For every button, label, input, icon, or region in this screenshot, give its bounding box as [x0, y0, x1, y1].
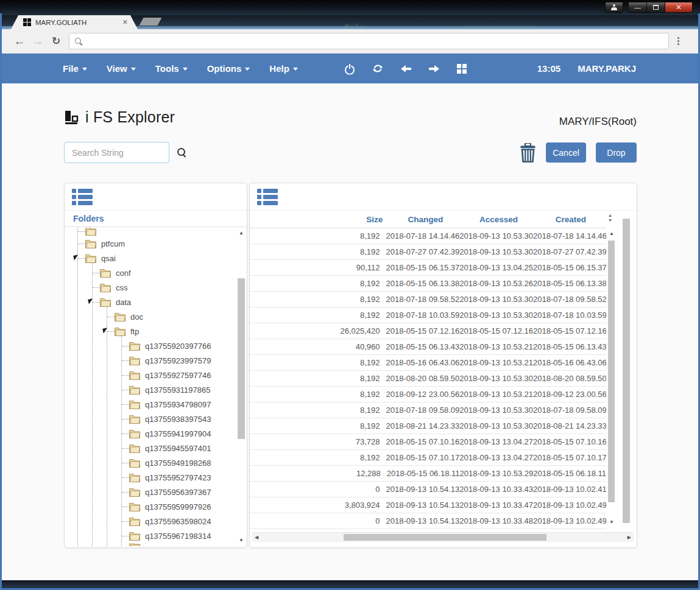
scroll-right-icon[interactable]: ▶: [628, 535, 631, 540]
scroll-left-icon[interactable]: ◀: [255, 535, 258, 540]
folder-icon: [114, 312, 126, 321]
address-bar[interactable]: [69, 33, 669, 49]
sort-up-icon[interactable]: ▲: [608, 213, 612, 217]
tree-item-q13755923997579[interactable]: q13755923997579: [65, 353, 238, 368]
tab-close-icon[interactable]: ✕: [122, 18, 128, 26]
tree-item-q13755945597401[interactable]: q13755945597401: [65, 441, 238, 455]
file-row[interactable]: 73,7282018-05-15 07.10.162018-09-13 13.0…: [250, 434, 606, 450]
menu-view[interactable]: View: [107, 63, 136, 74]
menu-file[interactable]: File: [63, 63, 87, 74]
tree-scrollbar[interactable]: ▲ ▼: [236, 228, 246, 546]
cell-accessed: 2018-09-13 10.53.30: [459, 231, 533, 241]
column-changed[interactable]: Changed: [389, 215, 462, 224]
file-row[interactable]: 12,2882018-05-15 06.18.112018-09-13 10.5…: [250, 466, 606, 482]
file-row[interactable]: 8,1922018-07-18 09.58.092018-09-13 10.53…: [250, 402, 606, 418]
tree-item-partial[interactable]: [65, 228, 238, 236]
tree-item-q13755949198268[interactable]: q13755949198268: [65, 455, 238, 470]
cell-size: 8,192: [308, 421, 386, 430]
tree-item-q13755938397543[interactable]: q13755938397543: [65, 412, 238, 426]
tab-title: MARY.GOLIATH: [35, 19, 119, 26]
reload-button[interactable]: ↻: [47, 35, 65, 47]
scroll-down-icon[interactable]: ▼: [236, 538, 246, 544]
browser-tab[interactable]: MARY.GOLIATH ✕: [11, 15, 138, 29]
tree-item-q13755934798097[interactable]: q13755934798097: [65, 397, 238, 412]
file-row[interactable]: 90,1122018-05-15 06.15.372018-09-13 13.0…: [250, 260, 606, 276]
panel-scrollbar[interactable]: [621, 214, 631, 546]
grid-icon[interactable]: [457, 64, 467, 74]
trash-icon[interactable]: [520, 143, 536, 163]
scrollbar-thumb[interactable]: [344, 534, 546, 541]
tree-item-q13755967198314[interactable]: q13755967198314: [65, 529, 238, 543]
file-row[interactable]: 02018-09-13 10.54.132018-09-13 10.33.432…: [250, 482, 606, 497]
maximize-button[interactable]: [646, 2, 665, 13]
arrow-left-icon[interactable]: [401, 65, 411, 73]
scroll-up-icon[interactable]: ▲: [607, 231, 617, 237]
tree-item-ptfcum[interactable]: ptfcum: [65, 236, 238, 251]
file-row[interactable]: 8,1922018-05-15 06.13.382018-09-13 10.53…: [250, 276, 606, 292]
menu-tools[interactable]: Tools: [155, 63, 188, 74]
file-row[interactable]: 8,1922018-05-15 07.10.172018-09-13 13.04…: [250, 450, 606, 466]
grid-hscrollbar[interactable]: ◀ ▶: [252, 532, 634, 542]
file-row[interactable]: 8,1922018-07-18 09.58.522018-09-13 10.53…: [250, 292, 606, 307]
tree-item-data[interactable]: data: [65, 295, 238, 309]
tree-item-q13755920397766[interactable]: q13755920397766: [65, 339, 238, 353]
column-accessed[interactable]: Accessed: [462, 215, 535, 224]
tree-item-doc[interactable]: doc: [65, 309, 238, 324]
list-view-icon[interactable]: [257, 189, 278, 205]
sort-down-icon[interactable]: ▼: [608, 218, 612, 222]
file-row[interactable]: 8,1922018-07-27 07.42.392018-09-13 10.53…: [250, 244, 606, 260]
tree-item-q13755956397367[interactable]: q13755956397367: [65, 485, 238, 499]
tree-item-qsai[interactable]: qsai: [65, 251, 238, 265]
file-row[interactable]: 26,025,4202018-05-15 07.12.162018-05-15 …: [250, 323, 606, 339]
search-submit-icon[interactable]: [177, 147, 185, 156]
list-view-icon[interactable]: [72, 189, 93, 205]
file-row[interactable]: 8,1922018-05-16 06.43.062018-09-13 10.53…: [250, 355, 606, 371]
tree-item-q13755959997926[interactable]: q13755959997926: [65, 499, 238, 514]
tree-item-conf[interactable]: conf: [65, 265, 238, 280]
file-row[interactable]: 3,803,9242018-09-13 10.54.132018-09-13 1…: [250, 497, 606, 513]
sort-control[interactable]: ▲ ▼: [608, 213, 612, 222]
tree-item-q13755941997904[interactable]: q13755941997904: [65, 426, 238, 441]
scrollbar-thumb[interactable]: [623, 219, 630, 523]
arrow-right-icon[interactable]: [429, 65, 439, 73]
grid-scrollbar[interactable]: ▲ ▼: [607, 228, 617, 528]
file-row[interactable]: 8,1922018-07-18 10.03.592018-09-13 10.53…: [250, 307, 606, 323]
column-created[interactable]: Created: [536, 215, 606, 224]
tree-item-q13755963598024[interactable]: q13755963598024: [65, 514, 238, 529]
cancel-button[interactable]: Cancel: [546, 142, 586, 163]
scroll-up-icon[interactable]: ▲: [236, 230, 246, 236]
minimize-button[interactable]: —: [628, 2, 646, 13]
address-input[interactable]: [88, 37, 663, 46]
menu-help[interactable]: Help: [269, 63, 298, 74]
file-row[interactable]: 40,9602018-05-15 06.13.432018-09-13 10.5…: [250, 339, 606, 355]
tree-connector: [122, 434, 129, 434]
tree-item-q13755931197865[interactable]: q13755931197865: [65, 382, 238, 397]
file-row[interactable]: 8,1922018-08-20 08.59.502018-09-13 10.53…: [250, 371, 606, 387]
expand-arrow-icon[interactable]: [88, 298, 93, 304]
tree-item-partial[interactable]: [65, 543, 238, 546]
file-row[interactable]: 8,1922018-09-12 23.00.562018-09-13 10.53…: [250, 387, 606, 402]
forward-button[interactable]: →: [29, 35, 47, 48]
refresh-icon[interactable]: [372, 63, 383, 74]
tree-item-q13755952797423[interactable]: q13755952797423: [65, 470, 238, 485]
back-button[interactable]: ←: [10, 35, 29, 48]
menu-options[interactable]: Options: [207, 63, 250, 74]
drop-button[interactable]: Drop: [596, 142, 637, 163]
browser-menu-icon[interactable]: [677, 37, 679, 45]
profile-button[interactable]: [605, 2, 623, 13]
scrollbar-thumb[interactable]: [608, 241, 615, 502]
scrollbar-thumb[interactable]: [238, 278, 245, 439]
column-size[interactable]: Size: [309, 215, 389, 224]
tree-item-q13755927597746[interactable]: q13755927597746: [65, 368, 238, 382]
expand-arrow-icon[interactable]: [73, 255, 79, 260]
search-input[interactable]: [64, 142, 169, 163]
scroll-down-icon[interactable]: ▼: [607, 519, 617, 525]
expand-arrow-icon[interactable]: [102, 328, 108, 333]
tree-item-css[interactable]: css: [65, 280, 238, 295]
file-row[interactable]: 8,1922018-07-18 14.14.462018-09-13 10.53…: [250, 228, 606, 244]
close-button[interactable]: ✕: [665, 2, 693, 13]
tree-item-ftp[interactable]: ftp: [65, 324, 238, 339]
file-row[interactable]: 8,1922018-08-21 14.23.332018-09-13 10.53…: [250, 418, 606, 434]
file-row[interactable]: 02018-09-13 10.54.132018-09-13 10.33.482…: [250, 513, 606, 529]
power-icon[interactable]: [345, 64, 355, 74]
